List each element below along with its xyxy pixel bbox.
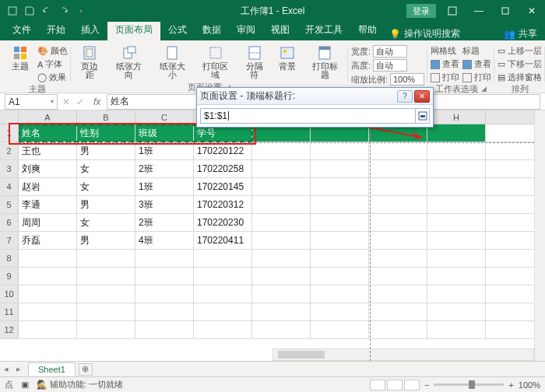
col-header[interactable]: H xyxy=(427,110,486,124)
col-header[interactable]: C xyxy=(135,110,194,124)
orientation-button[interactable]: 纸张方向 xyxy=(109,44,149,81)
size-button[interactable]: 纸张大小 xyxy=(152,44,192,81)
tab-view[interactable]: 视图 xyxy=(263,20,297,40)
cell[interactable] xyxy=(427,268,486,285)
tab-home[interactable]: 开始 xyxy=(39,20,73,40)
cell[interactable]: 男 xyxy=(77,142,135,159)
cell[interactable] xyxy=(311,232,369,249)
zoom-out-button[interactable]: − xyxy=(424,380,429,390)
cell[interactable] xyxy=(369,196,427,213)
row-header[interactable]: 9 xyxy=(0,268,19,285)
cell[interactable] xyxy=(427,160,486,177)
cancel-icon[interactable]: ✕ xyxy=(59,96,73,107)
sheet-nav-prev[interactable]: ◂ xyxy=(0,364,12,374)
cell[interactable] xyxy=(77,250,135,267)
cell[interactable] xyxy=(427,214,486,231)
tab-developer[interactable]: 开发工具 xyxy=(297,20,350,40)
cell[interactable] xyxy=(135,303,194,320)
zoom-level[interactable]: 100% xyxy=(519,380,540,390)
fx-icon[interactable]: fx xyxy=(87,96,107,107)
cell[interactable]: 170220258 xyxy=(194,160,252,177)
cell[interactable] xyxy=(369,285,427,303)
breaks-button[interactable]: 分隔符 xyxy=(239,44,271,81)
cell[interactable] xyxy=(311,160,369,177)
dialog-close-button[interactable]: ✕ xyxy=(414,90,430,103)
cell[interactable] xyxy=(311,250,369,267)
sheet-nav-next[interactable]: ▸ xyxy=(12,364,25,374)
cell[interactable] xyxy=(252,303,311,320)
cell[interactable] xyxy=(311,196,369,213)
cell[interactable] xyxy=(135,268,194,285)
zoom-slider[interactable] xyxy=(434,383,504,386)
gridlines-view[interactable]: 查看 xyxy=(431,58,459,70)
autosave-icon[interactable] xyxy=(6,5,19,17)
cell[interactable] xyxy=(252,160,311,177)
headings-print[interactable]: 打印 xyxy=(462,72,491,83)
tab-help[interactable]: 帮助 xyxy=(350,20,385,40)
cell[interactable] xyxy=(77,321,135,338)
cell[interactable]: 4班 xyxy=(135,232,194,249)
close-button[interactable]: ✕ xyxy=(519,0,545,22)
cell[interactable] xyxy=(194,285,252,303)
cell[interactable] xyxy=(77,285,135,303)
selection-pane[interactable]: ▤选择窗格 xyxy=(498,72,542,83)
cell[interactable]: 王也 xyxy=(19,142,77,159)
cell[interactable]: 2班 xyxy=(135,214,194,231)
cell[interactable] xyxy=(311,303,369,320)
tab-insert[interactable]: 插入 xyxy=(73,20,107,40)
cell[interactable] xyxy=(252,285,311,303)
minimize-button[interactable]: — xyxy=(466,0,492,22)
tab-page-layout[interactable]: 页面布局 xyxy=(107,20,160,40)
cell[interactable] xyxy=(369,232,427,249)
sheetopts-launcher[interactable]: ◢ xyxy=(481,85,487,93)
cell[interactable] xyxy=(369,303,427,320)
cell[interactable] xyxy=(194,268,252,285)
horizontal-scrollbar[interactable] xyxy=(272,348,534,361)
tab-data[interactable]: 数据 xyxy=(195,20,229,40)
cell[interactable]: 周周 xyxy=(19,214,77,231)
cell[interactable] xyxy=(427,142,486,159)
accessibility-status[interactable]: 🕵 辅助功能: 一切就绪 xyxy=(37,379,123,390)
login-button[interactable]: 登录 xyxy=(406,4,436,18)
cell[interactable]: 1班 xyxy=(135,178,194,195)
cell[interactable] xyxy=(77,268,135,285)
col-header[interactable]: A xyxy=(19,110,77,124)
theme-fonts[interactable]: A字体 xyxy=(37,58,68,70)
cell[interactable] xyxy=(369,160,427,177)
cell[interactable]: 170220145 xyxy=(194,178,252,195)
sheet-tab[interactable]: Sheet1 xyxy=(28,362,76,376)
cell[interactable] xyxy=(311,178,369,195)
scroll-thumb[interactable] xyxy=(278,351,325,359)
cell[interactable] xyxy=(369,142,427,159)
height-select[interactable]: 自动 xyxy=(373,59,407,72)
col-header[interactable]: B xyxy=(77,110,135,124)
theme-colors[interactable]: 🎨颜色 xyxy=(37,45,68,57)
rows-to-repeat-input[interactable]: $1:$1 xyxy=(200,108,416,124)
spreadsheet-grid[interactable]: ABCDEFGH 1姓名性别班级学号2王也男1班1702201223刘爽女2班1… xyxy=(0,110,534,361)
row-header[interactable]: 6 xyxy=(0,214,19,231)
tab-review[interactable]: 审阅 xyxy=(229,20,263,40)
name-box[interactable]: A1▾ xyxy=(5,94,58,110)
cell[interactable] xyxy=(252,142,311,159)
print-area-button[interactable]: 打印区域 xyxy=(195,44,236,81)
row-header[interactable]: 8 xyxy=(0,250,19,267)
row-header[interactable]: 10 xyxy=(0,285,19,303)
cell[interactable] xyxy=(194,250,252,267)
cell[interactable] xyxy=(427,321,486,338)
dialog-titlebar[interactable]: 页面设置 - 顶端标题行: ? ✕ xyxy=(197,88,433,105)
cell[interactable] xyxy=(19,268,77,285)
save-icon[interactable] xyxy=(23,5,36,17)
cell[interactable] xyxy=(311,214,369,231)
cell[interactable]: 姓名 xyxy=(19,124,77,142)
cell[interactable] xyxy=(369,250,427,267)
vertical-scrollbar[interactable] xyxy=(534,110,545,361)
cell[interactable] xyxy=(427,303,486,320)
cell[interactable]: 170220230 xyxy=(194,214,252,231)
cell[interactable] xyxy=(135,250,194,267)
cell[interactable]: 男 xyxy=(77,196,135,213)
row-header[interactable]: 4 xyxy=(0,178,19,195)
cell[interactable] xyxy=(427,196,486,213)
cell[interactable]: 2班 xyxy=(135,160,194,177)
row-header[interactable]: 3 xyxy=(0,160,19,177)
cell[interactable]: 170220122 xyxy=(194,142,252,159)
